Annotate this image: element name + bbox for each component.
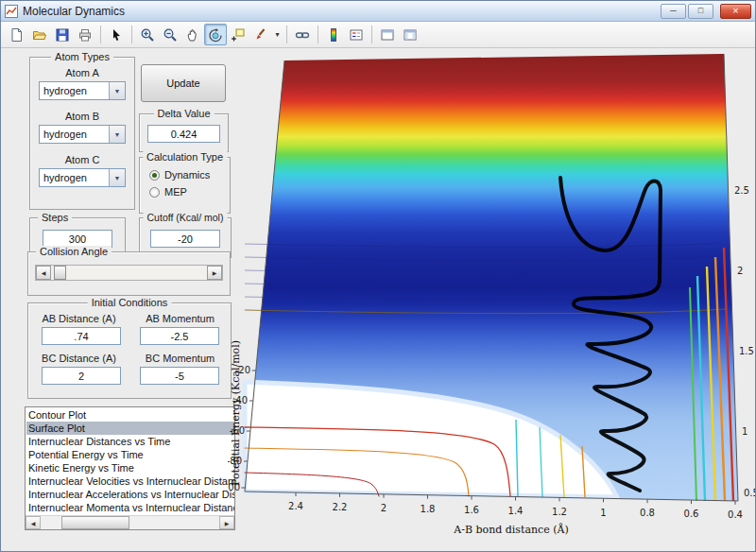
collision-angle-slider[interactable]: ◀ ▶ xyxy=(35,265,223,281)
atom-c-select[interactable]: hydrogen ▼ xyxy=(39,168,126,187)
minimize-button[interactable]: ─ xyxy=(661,4,686,19)
toolbar-separator xyxy=(371,26,372,43)
atom-a-select[interactable]: hydrogen ▼ xyxy=(39,81,126,100)
open-file-icon[interactable] xyxy=(28,24,51,45)
slider-left-arrow-icon[interactable]: ◀ xyxy=(36,266,51,280)
slider-right-arrow-icon[interactable]: ▶ xyxy=(207,266,222,280)
toolbar-separator xyxy=(318,26,318,43)
depth-tick-labels: 2.5 2 1.5 1 0.5 xyxy=(734,185,756,498)
x-axis-label: A-B bond distance (Å) xyxy=(453,523,569,536)
delta-value-title: Delta Value xyxy=(153,108,214,119)
svg-text:2.5: 2.5 xyxy=(734,185,749,196)
collision-angle-panel: Collision Angle ◀ ▶ xyxy=(27,251,231,296)
print-figure-icon[interactable] xyxy=(74,24,96,45)
list-item[interactable]: Internuclear Distances vs Time xyxy=(26,435,234,448)
scrollbar-track[interactable] xyxy=(129,516,219,529)
data-cursor-icon[interactable] xyxy=(227,24,249,45)
maximize-button[interactable]: □ xyxy=(688,4,713,19)
svg-text:1.5: 1.5 xyxy=(739,346,754,356)
calculation-type-title: Calculation Type xyxy=(143,151,227,163)
insert-legend-icon[interactable] xyxy=(345,24,368,45)
atom-types-panel: Atom Types Atom A hydrogen ▼ Atom B hydr… xyxy=(29,57,135,210)
window-title: Molecular Dynamics xyxy=(23,5,125,18)
toolbar-separator xyxy=(131,26,132,43)
scrollbar-thumb[interactable] xyxy=(61,516,129,529)
ab-distance-label: AB Distance (A) xyxy=(28,313,129,324)
scroll-left-arrow-icon[interactable]: ◀ xyxy=(26,516,41,529)
initial-conditions-title: Initial Conditions xyxy=(88,297,172,308)
brush-data-icon[interactable] xyxy=(249,24,272,45)
svg-text:2: 2 xyxy=(737,266,743,276)
radio-mep-label: MEP xyxy=(164,186,187,198)
cutoff-field[interactable]: -20 xyxy=(150,230,220,248)
list-item[interactable]: Internuclear Velocities vs Internuclear … xyxy=(26,474,234,488)
list-item-selected[interactable]: Surface Plot xyxy=(26,422,234,435)
app-window: Molecular Dynamics ─ □ × xyxy=(0,0,756,552)
atom-a-label: Atom A xyxy=(30,67,134,78)
ab-distance-field[interactable]: .74 xyxy=(42,327,121,345)
toolbar-separator xyxy=(100,26,101,43)
cutoff-title: Cutoff (Kcal/ mol) xyxy=(144,212,228,223)
chevron-down-icon[interactable]: ▼ xyxy=(109,126,125,143)
steps-title: Steps xyxy=(38,212,72,223)
radio-mep[interactable]: MEP xyxy=(149,186,230,198)
svg-text:0.8: 0.8 xyxy=(640,508,655,518)
list-item[interactable]: Internuclear Accelerations vs Internucle… xyxy=(26,488,234,501)
svg-text:0.5: 0.5 xyxy=(744,488,756,498)
svg-text:1.8: 1.8 xyxy=(421,504,436,514)
svg-text:2: 2 xyxy=(381,503,387,513)
atom-b-label: Atom B xyxy=(30,111,134,122)
rotate-3d-icon[interactable] xyxy=(204,24,227,45)
new-figure-icon[interactable] xyxy=(6,24,28,45)
radio-dot-off[interactable] xyxy=(149,187,160,198)
atom-c-label: Atom C xyxy=(30,154,134,165)
save-figure-icon[interactable] xyxy=(51,24,74,45)
toolbar-separator xyxy=(286,26,287,43)
svg-text:1.6: 1.6 xyxy=(464,505,479,515)
svg-text:0.6: 0.6 xyxy=(684,509,699,519)
bc-momentum-label: BC Momentum xyxy=(129,353,231,364)
brush-dropdown-icon[interactable]: ▾ xyxy=(272,24,283,45)
radio-dynamics[interactable]: Dynamics xyxy=(149,169,230,181)
figure-content: Atom Types Atom A hydrogen ▼ Atom B hydr… xyxy=(1,49,755,551)
chevron-down-icon[interactable]: ▼ xyxy=(109,169,125,186)
bc-distance-field[interactable]: 2 xyxy=(42,367,121,385)
titlebar[interactable]: Molecular Dynamics ─ □ × xyxy=(1,1,755,22)
edit-plot-icon[interactable] xyxy=(105,24,128,45)
zoom-out-icon[interactable] xyxy=(159,24,181,45)
show-plot-tools-icon[interactable] xyxy=(399,24,421,45)
list-item[interactable]: Contour Plot xyxy=(26,408,234,422)
horizontal-scrollbar[interactable]: ◀ ▶ xyxy=(26,515,234,529)
svg-text:1: 1 xyxy=(742,426,747,437)
svg-text:2.2: 2.2 xyxy=(333,502,348,512)
plot-type-listbox[interactable]: Contour Plot Surface Plot Internuclear D… xyxy=(25,406,235,530)
initial-conditions-panel: Initial Conditions AB Distance (A) AB Mo… xyxy=(27,302,232,399)
radio-dynamics-label: Dynamics xyxy=(164,169,210,181)
close-button[interactable]: × xyxy=(720,4,751,19)
slider-thumb[interactable] xyxy=(54,266,66,280)
figure-toolbar: ▾ xyxy=(1,22,755,48)
bc-momentum-field[interactable]: -5 xyxy=(140,367,219,385)
x-tick-labels: 2.4 2.2 2 1.8 1.6 1.4 1.2 1 0.8 0.6 0.4 xyxy=(288,501,743,520)
hide-plot-tools-icon[interactable] xyxy=(376,24,399,45)
bc-distance-label: BC Distance (A) xyxy=(28,353,129,364)
link-plot-icon[interactable] xyxy=(291,24,314,45)
ab-momentum-field[interactable]: -2.5 xyxy=(140,327,219,345)
list-item[interactable]: Internuclear Momenta vs Internuclear Dis… xyxy=(26,501,234,514)
plot-canvas[interactable]: 2.4 2.2 2 1.8 1.6 1.4 1.2 1 0.8 0.6 0.4 xyxy=(228,49,756,552)
collision-angle-title: Collision Angle xyxy=(36,246,112,257)
insert-colorbar-icon[interactable] xyxy=(322,24,345,45)
zoom-in-icon[interactable] xyxy=(136,24,159,45)
chevron-down-icon[interactable]: ▼ xyxy=(109,82,125,99)
update-button[interactable]: Update xyxy=(141,64,226,102)
svg-text:1: 1 xyxy=(600,508,606,518)
app-icon xyxy=(5,5,18,18)
svg-text:0.4: 0.4 xyxy=(728,509,743,520)
atom-b-select[interactable]: hydrogen ▼ xyxy=(39,125,126,144)
list-item[interactable]: Potential Energy vs Time xyxy=(26,448,234,461)
delta-value-field[interactable]: 0.424 xyxy=(147,125,220,143)
list-item[interactable]: Kinetic Energy vs Time xyxy=(26,461,234,474)
radio-dot-on[interactable] xyxy=(149,170,160,181)
svg-text:2.4: 2.4 xyxy=(288,501,303,511)
pan-icon[interactable] xyxy=(181,24,204,45)
